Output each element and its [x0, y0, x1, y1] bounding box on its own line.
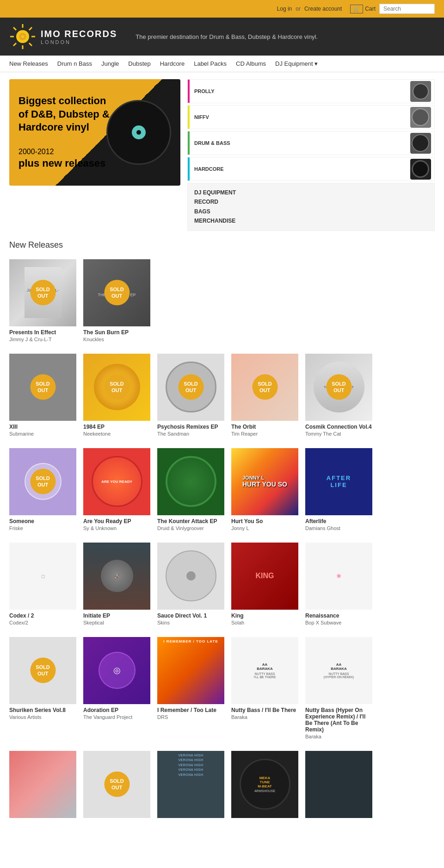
product-item[interactable]: KING King Solah	[231, 543, 298, 625]
product-item[interactable]: Jimmy J & Cru-L-T SOLD OUT Presents In E…	[9, 259, 76, 342]
cart-link[interactable]: Cart	[365, 6, 376, 12]
sold-out-badge: SOLD OUT	[104, 280, 130, 306]
brand-sub: LONDON	[41, 39, 117, 45]
sold-out-badge: SOLD OUT	[30, 658, 56, 683]
product-item[interactable]: SHARKON HEAD SOLD OUT The Orbit Tim Reap…	[231, 354, 298, 437]
product-image: SOLD OUT	[9, 637, 76, 704]
nav-drum-n-bass[interactable]: Drum n Bass	[57, 60, 92, 67]
logo-area: IMO RECORDS LONDON	[9, 23, 117, 50]
cart-icon[interactable]: 🛒	[350, 5, 363, 13]
sold-out-badge: SOLD OUT	[30, 469, 56, 494]
product-artist: Bop X Subwave	[305, 620, 372, 625]
product-item[interactable]: SOLD OUT Psychosis Remixes EP The Sandma…	[157, 354, 224, 437]
product-image: AABARAKA NUTTY BASS(HYPER ON REMIX)	[305, 637, 372, 704]
product-item[interactable]: The Kounter Attack EP Druid & Vinlygroov…	[157, 448, 224, 531]
create-account-link[interactable]: Create account	[304, 6, 342, 12]
product-title: Initiate EP	[83, 612, 150, 619]
nav-jungle[interactable]: Jungle	[101, 60, 119, 67]
product-item[interactable]: AABARAKA NUTTY BASS(HYPER ON REMIX) Nutt…	[305, 637, 372, 739]
cart-area: 🛒 Cart	[350, 5, 376, 13]
product-artist: Tommy The Cat	[305, 431, 372, 437]
product-item[interactable]	[9, 751, 76, 821]
product-item[interactable]: MEKATUNEM-BEAT ARMSHOUSE	[231, 751, 298, 821]
product-item[interactable]	[305, 751, 372, 821]
product-item[interactable]: AFTERLIFE Afterlife Damians Ghost	[305, 448, 372, 531]
category-niffv[interactable]: NIFFV	[187, 105, 435, 129]
product-title: Sauce Direct Vol. 1	[157, 612, 224, 619]
nav-new-releases[interactable]: New Releases	[9, 60, 48, 67]
product-item[interactable]: ARE YOU READY Are You Ready EP Sy & Unkn…	[83, 448, 150, 531]
product-item[interactable]: VERONA HIGHVERONA HIGHVERONA HIGHVERONA …	[157, 751, 224, 821]
category-dnb[interactable]: DRUM & BASS	[187, 131, 435, 155]
product-image: 🚀	[83, 543, 150, 610]
nav-cd-albums[interactable]: CD Albums	[236, 60, 266, 67]
product-image: ◻	[9, 543, 76, 610]
category-prolly[interactable]: PROLLY	[187, 79, 435, 103]
product-item[interactable]: SOLD OUT Shuriken Series Vol.8 Various A…	[9, 637, 76, 739]
product-image: I REMEMBER / TOO LATE	[157, 637, 224, 704]
product-item[interactable]: 🚀 Initiate EP Skeptical	[83, 543, 150, 625]
product-item[interactable]: 🌸 Renaissance Bop X Subwave	[305, 543, 372, 625]
nav-dj-equipment[interactable]: DJ Equipment ▾	[275, 60, 318, 67]
product-image	[9, 751, 76, 818]
product-title: Adoration EP	[83, 707, 150, 713]
product-title: King	[231, 612, 298, 619]
product-artist: Friske	[9, 525, 76, 531]
sold-out-badge: SOLD OUT	[30, 375, 56, 400]
brand-name: IMO RECORDS	[41, 29, 117, 39]
main-content: Biggest collection of D&B, Dubstep & Har…	[0, 72, 444, 849]
product-item[interactable]: Sauce Direct Vol. 1 Skins	[157, 543, 224, 625]
product-image	[157, 543, 224, 610]
product-artist: Solah	[231, 620, 298, 625]
cat-label: DRUM & BASS	[190, 138, 407, 148]
product-artist: Skins	[157, 620, 224, 625]
product-grid-row5: SOLD OUT Shuriken Series Vol.8 Various A…	[9, 637, 435, 739]
hero-sidebar: PROLLY NIFFV DRU	[187, 79, 435, 231]
cat-thumb	[407, 105, 434, 129]
product-image: SOLD OUT	[83, 751, 150, 818]
product-image: SOLD OUT	[9, 448, 76, 515]
product-image: Jimmy J & Cru-L-T SOLD OUT	[9, 259, 76, 326]
nav-hardcore[interactable]: Hardcore	[160, 60, 185, 67]
product-artist: Knuckles	[83, 337, 150, 342]
svg-point-10	[21, 35, 24, 38]
product-item[interactable]: JONNY LHURT YOU SO Hurt You So Jonny L	[231, 448, 298, 531]
product-artist: Neekeetone	[83, 431, 150, 437]
product-title: The Orbit	[231, 424, 298, 430]
product-item[interactable]: I REMEMBER / TOO LATE I Remember / Too L…	[157, 637, 224, 739]
nav-label-packs[interactable]: Label Packs	[194, 60, 227, 67]
product-title: Presents In Effect	[9, 329, 76, 336]
product-artist: Tim Reaper	[231, 431, 298, 437]
product-item[interactable]: SOLD OUT Someone Friske	[9, 448, 76, 531]
product-item[interactable]: TOMMY THE CAT SOLD OUT Cosmik Connection…	[305, 354, 372, 437]
product-image: SOLD OUT	[157, 354, 224, 421]
product-item[interactable]: SOLD OUT XIII Submarine	[9, 354, 76, 437]
product-item[interactable]: ◎ Adoration EP The Vanguard Project	[83, 637, 150, 739]
category-hardcore[interactable]: HARDCORE	[187, 157, 435, 181]
product-artist: Various Artists	[9, 714, 76, 720]
product-title: The Sun Burn EP	[83, 329, 150, 336]
product-artist: Jonny L	[231, 525, 298, 531]
product-image: MEKATUNEM-BEAT ARMSHOUSE	[231, 751, 298, 818]
product-item[interactable]: SOLD OUT	[83, 751, 150, 821]
product-title: XIII	[9, 424, 76, 430]
product-image: VERONA HIGHVERONA HIGHVERONA HIGHVERONA …	[157, 751, 224, 818]
cat-thumb	[407, 157, 434, 181]
sold-out-badge: SOLD OUT	[104, 772, 130, 797]
dj-equipment-box[interactable]: DJ EQUIPMENTRECORDBAGSMERCHANDISE	[187, 183, 435, 231]
product-item[interactable]: ◻ Codex / 2 Codex/2	[9, 543, 76, 625]
sold-out-badge: SOLD OUT	[252, 375, 278, 400]
nav-dubstep[interactable]: Dubstep	[128, 60, 150, 67]
sold-out-badge: SOLD OUT	[30, 280, 56, 306]
product-item[interactable]: KNUCKLESTHE SUN BURN EP SOLD OUT The Sun…	[83, 259, 150, 342]
main-nav: New Releases Drum n Bass Jungle Dubstep …	[0, 56, 444, 72]
product-image: KING	[231, 543, 298, 610]
search-input[interactable]	[379, 4, 435, 14]
product-item[interactable]: SOLD OUT 1984 EP Neekeetone	[83, 354, 150, 437]
product-artist: Jimmy J & Cru-L-T	[9, 337, 76, 342]
product-artist: Druid & Vinlygroover	[157, 525, 224, 531]
hero-text: Biggest collection of D&B, Dubstep & Har…	[18, 94, 110, 170]
product-item[interactable]: AABARAKA NUTTY BASSI'LL BE THERE Nutty B…	[231, 637, 298, 739]
login-link[interactable]: Log in	[277, 6, 292, 12]
hero-banner: Biggest collection of D&B, Dubstep & Har…	[9, 79, 180, 186]
